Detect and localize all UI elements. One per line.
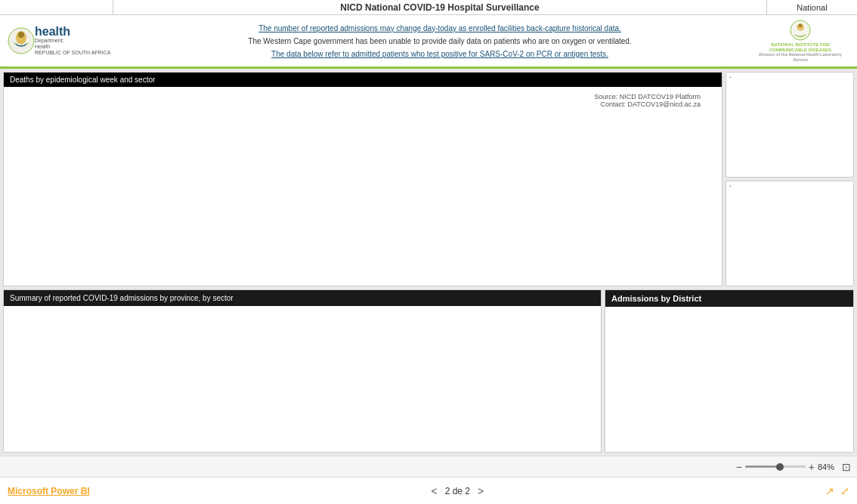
page-nav: < 2 de 2 > (431, 485, 484, 497)
nicd-name: NATIONAL INSTITUTE FOR (771, 42, 829, 48)
deaths-chart-title: Deaths by epidemiological week and secto… (10, 76, 155, 84)
logo-text: health Department: Health REPUBLIC OF SO… (35, 26, 110, 57)
powerbi-link[interactable]: Microsoft Power BI (8, 486, 90, 496)
deaths-chart-body: Source: NICD DATCOV19 Platform Contact: … (4, 87, 722, 286)
footer-toolbar: − + 84% ⊡ (0, 456, 857, 477)
fit-to-screen-icon[interactable]: ⊡ (842, 461, 851, 473)
district-chart-body (605, 307, 853, 452)
district-panel: Admissions by District (605, 289, 854, 453)
logo-dept-line1: Department: (35, 38, 110, 44)
admissions-chart-header: Summary of reported COVID-19 admissions … (4, 290, 601, 306)
top-section: Deaths by epidemiological week and secto… (0, 69, 857, 289)
top-bar: NICD National COVID-19 Hospital Surveill… (0, 0, 857, 15)
small-box-2: * (726, 181, 854, 286)
logo-health-text: health (35, 26, 110, 38)
district-chart-header: Admissions by District (605, 290, 853, 307)
expand-icon[interactable]: ⤢ (840, 485, 849, 497)
prev-page-button[interactable]: < (431, 485, 437, 497)
zoom-percent: 84% (818, 462, 839, 472)
nicd-sub: Division of the National Health Laborato… (751, 52, 849, 62)
zoom-controls: − + 84% ⊡ (736, 461, 851, 473)
next-page-button[interactable]: > (478, 485, 484, 497)
right-panel: * * (726, 72, 854, 286)
bottom-section: Summary of reported COVID-19 admissions … (0, 289, 857, 456)
small-box-1-label: * (729, 75, 732, 82)
main-content: Deaths by epidemiological week and secto… (0, 69, 857, 456)
top-bar-left (0, 0, 113, 14)
notice-2-text: The Western Cape government has been una… (248, 37, 631, 45)
district-title: Admissions by District (611, 294, 701, 303)
logo-dept-line2: Health (35, 44, 110, 50)
small-box-2-label: * (729, 184, 732, 190)
deaths-chart-header: Deaths by epidemiological week and secto… (4, 73, 722, 87)
bottom-bar: Microsoft Power BI < 2 de 2 > ↗ ⤢ (0, 477, 857, 504)
header-logo: health Department: Health REPUBLIC OF SO… (8, 26, 128, 57)
share-icon[interactable]: ↗ (825, 485, 834, 497)
notice-1: The number of reported admissions may ch… (128, 22, 751, 35)
svg-point-2 (18, 32, 24, 38)
nicd-logo-block: NATIONAL INSTITUTE FOR COMMUNICABLE DISE… (751, 20, 849, 62)
notice-3-text: The data below refer to admitted patient… (271, 50, 608, 58)
zoom-slider-thumb (776, 463, 784, 471)
deaths-chart-panel: Deaths by epidemiological week and secto… (3, 72, 722, 286)
nicd-emblem-icon (790, 20, 811, 41)
notice-3: The data below refer to admitted patient… (128, 48, 751, 60)
logo-dept-line3: REPUBLIC OF SOUTH AFRICA (35, 50, 110, 56)
zoom-minus-button[interactable]: − (736, 462, 742, 472)
top-bar-title: NICD National COVID-19 Hospital Surveill… (113, 0, 766, 14)
zoom-slider[interactable] (745, 465, 806, 468)
zoom-plus-button[interactable]: + (809, 462, 815, 472)
notice-1-text: The number of reported admissions may ch… (258, 24, 621, 32)
small-box-1: * (726, 72, 854, 178)
nicd-logo: NATIONAL INSTITUTE FOR COMMUNICABLE DISE… (751, 20, 849, 62)
source-info: Source: NICD DATCOV19 Platform Contact: … (10, 93, 716, 108)
notice-2: The Western Cape government has been una… (128, 35, 751, 48)
svg-point-5 (799, 24, 803, 28)
bottom-bar-right: ↗ ⤢ (825, 485, 849, 497)
admissions-chart-title: Summary of reported COVID-19 admissions … (10, 294, 234, 302)
header-notices: The number of reported admissions may ch… (128, 22, 751, 60)
nicd-name2: COMMUNICABLE DISEASES (769, 48, 831, 53)
contact-label: Contact: DATCOV19@nicd.ac.za (600, 100, 701, 108)
source-label: Source: NICD DATCOV19 Platform (594, 93, 701, 100)
gov-emblem-icon (8, 27, 35, 54)
header: health Department: Health REPUBLIC OF SO… (0, 15, 857, 69)
admissions-chart-panel: Summary of reported COVID-19 admissions … (3, 289, 602, 453)
top-bar-region: National (766, 0, 857, 14)
page-info: 2 de 2 (445, 486, 470, 496)
admissions-chart-body (4, 306, 601, 452)
